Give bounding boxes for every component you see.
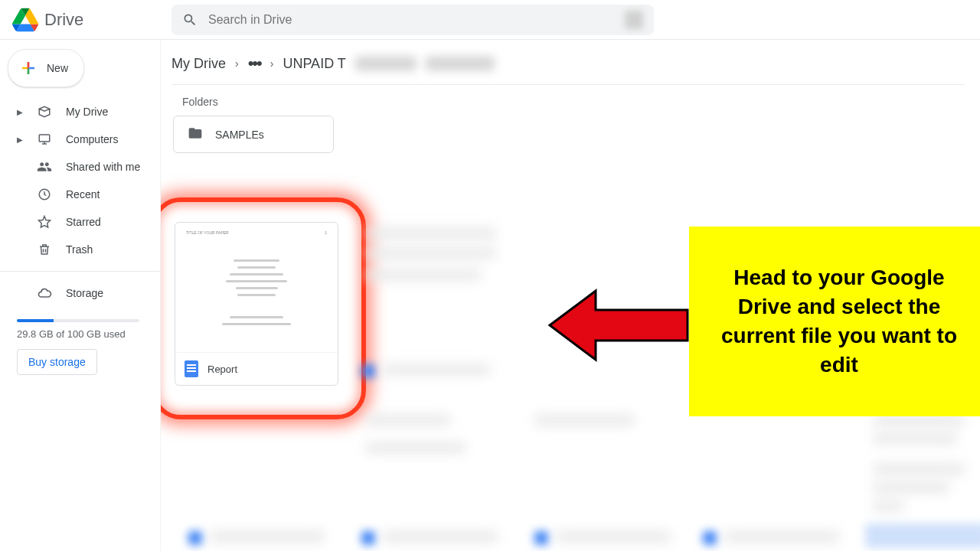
sidebar-item-computers[interactable]: ▶ Computers [8,126,152,153]
folders-section-label: Folders [182,96,965,108]
breadcrumb-blurred [426,56,495,71]
breadcrumb-root[interactable]: My Drive [172,56,226,72]
shared-icon [37,159,52,174]
trash-icon [37,242,52,257]
cloud-icon [37,285,52,301]
chevron-right-icon: ▶ [17,135,23,144]
file-name: Report [207,364,237,375]
new-button[interactable]: New [8,49,84,87]
file-card-report[interactable]: TITLE OF YOUR PAPER1 Report [175,222,338,386]
sidebar-item-label: Starred [66,216,101,228]
computers-icon [37,132,52,147]
sidebar-item-recent[interactable]: Recent [8,181,152,208]
google-docs-icon [185,360,198,377]
callout-box: Head to your Google Drive and select the… [689,227,980,416]
folder-card[interactable]: SAMPLEs [173,116,334,153]
breadcrumb-overflow[interactable]: ••• [248,54,261,73]
sidebar-item-starred[interactable]: Starred [8,208,152,236]
tune-icon[interactable] [625,11,643,29]
storage-used-text: 29.8 GB of 100 GB used [17,328,143,340]
chevron-right-icon: ▶ [17,108,23,116]
search-bar[interactable] [172,5,654,35]
breadcrumb: My Drive › ••• › UNPAID T [172,51,965,85]
plus-icon [19,59,38,77]
chevron-right-icon: › [270,57,274,70]
sidebar-item-label: Recent [66,188,100,201]
arrow-annotation [542,283,695,367]
new-button-label: New [47,62,68,74]
folder-name: SAMPLEs [215,129,264,141]
app-title: Drive [44,10,83,30]
callout-text: Head to your Google Drive and select the… [709,263,969,379]
drive-icon [37,104,52,119]
svg-rect-0 [39,135,50,142]
recent-icon [37,187,52,202]
sidebar-item-label: Computers [66,133,118,145]
sidebar-item-label: Shared with me [66,161,140,173]
drive-logo-icon [12,7,38,33]
storage-bar [17,319,139,322]
starred-icon [37,214,52,230]
file-thumbnail: TITLE OF YOUR PAPER1 [175,223,338,352]
folder-icon [188,126,203,143]
sidebar-item-shared[interactable]: Shared with me [8,153,152,181]
sidebar-item-trash[interactable]: Trash [8,236,152,263]
chevron-right-icon: › [235,57,239,70]
search-input[interactable] [208,13,614,27]
storage-label: Storage [66,287,103,299]
breadcrumb-blurred [355,56,416,71]
breadcrumb-folder[interactable]: UNPAID T [283,56,345,72]
buy-storage-button[interactable]: Buy storage [17,349,97,375]
search-icon [182,12,198,28]
sidebar-item-label: My Drive [66,106,108,118]
sidebar-item-my-drive[interactable]: ▶ My Drive [8,98,152,126]
sidebar-item-storage[interactable]: Storage [8,279,152,307]
sidebar-item-label: Trash [66,243,93,256]
